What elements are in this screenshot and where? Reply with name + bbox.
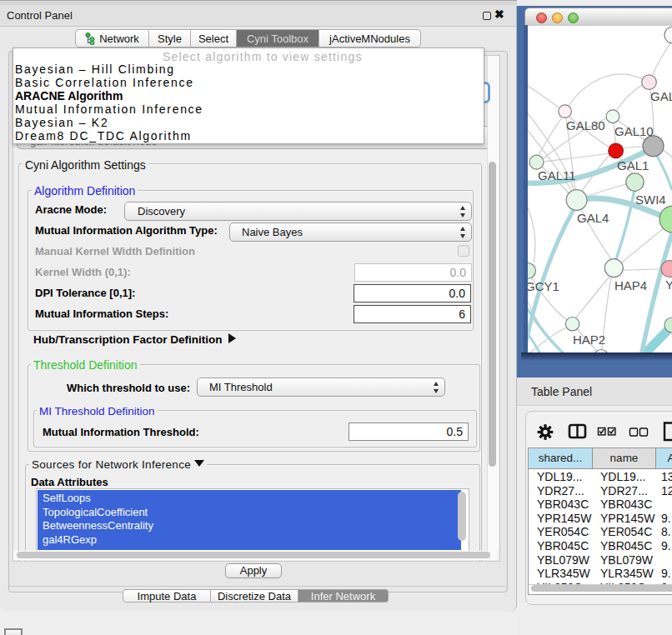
svg-text:GAL4: GAL4 (577, 211, 609, 225)
svg-text:GAL7: GAL7 (650, 89, 672, 103)
svg-text:HAP2: HAP2 (573, 332, 605, 347)
svg-text:GCY1: GCY1 (528, 279, 559, 293)
svg-text:Y: Y (665, 278, 672, 292)
svg-text:SWI4: SWI4 (635, 192, 666, 207)
svg-text:HAP4: HAP4 (614, 278, 647, 292)
svg-text:GAL80: GAL80 (566, 118, 605, 132)
svg-text:GAL11: GAL11 (538, 168, 576, 182)
svg-text:GAL10: GAL10 (614, 124, 654, 138)
svg-text:GAL1: GAL1 (617, 158, 649, 172)
